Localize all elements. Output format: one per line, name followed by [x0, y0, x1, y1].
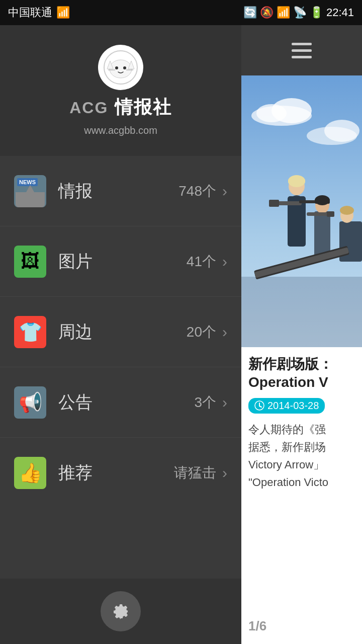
sim-icon: 📶 [56, 6, 70, 19]
recommend-icon-wrapper: 👍 [14, 457, 46, 489]
right-top-bar [241, 25, 362, 75]
svg-point-11 [256, 104, 287, 122]
pictures-label: 图片 [58, 250, 187, 273]
svg-line-34 [259, 406, 261, 407]
wifi-icon: 📶 [277, 6, 290, 19]
sidebar-item-merch[interactable]: 👕 周边 20个 › [0, 297, 241, 367]
anime-image [241, 75, 362, 347]
svg-rect-27 [307, 212, 329, 216]
merch-arrow-icon: › [222, 324, 227, 341]
news-count: 748个 [178, 182, 216, 201]
svg-rect-20 [277, 201, 302, 205]
date-text: 2014-03-28 [267, 400, 319, 412]
hamburger-line-2 [292, 49, 312, 52]
article-page: 1/6 [248, 618, 266, 634]
merch-icon-wrapper: 👕 [14, 316, 46, 348]
news-label: 情报 [58, 180, 178, 203]
svg-rect-22 [299, 200, 317, 203]
recommend-count: 请猛击 [174, 463, 216, 482]
status-bar: 中国联通 📶 🔄 🔕 📶 📡 🔋 22:41 [0, 0, 362, 25]
notice-arrow-icon: › [222, 394, 227, 411]
svg-rect-23 [314, 211, 330, 257]
svg-point-5 [123, 66, 126, 69]
hamburger-button[interactable] [292, 43, 312, 58]
mute-icon: 🔕 [260, 6, 274, 19]
merch-label: 周边 [58, 320, 187, 344]
battery-icon: 🔋 [310, 6, 323, 19]
pictures-count: 41个 [187, 252, 216, 271]
article-section: 新作剧场版：Operation V 2014-03-28 令人期待的《强 据悉，… [241, 347, 362, 644]
svg-point-13 [324, 120, 359, 142]
svg-rect-26 [315, 199, 330, 204]
pictures-icon-wrapper: 🖼 [14, 246, 46, 278]
svg-rect-29 [339, 221, 362, 262]
notice-icon-wrapper: 📢 [14, 386, 46, 419]
article-date: 2014-03-28 [248, 398, 325, 414]
logo-icon [98, 45, 143, 90]
pictures-arrow-icon: › [222, 253, 227, 270]
status-left: 中国联通 📶 [8, 5, 70, 20]
svg-point-4 [115, 66, 118, 69]
signal-icon: 📡 [293, 6, 307, 19]
hamburger-line-1 [292, 43, 312, 45]
sidebar-item-news[interactable]: NEWS 情报 748个 › [0, 156, 241, 226]
article-body: 令人期待的《强 据悉，新作剧场 Victory Arrow」 "Operatio… [248, 421, 355, 492]
sidebar-header: ACG 情报社 www.acgbb.com [0, 25, 241, 156]
svg-rect-19 [288, 179, 305, 184]
settings-button[interactable] [101, 591, 141, 631]
main-layout: ACG 情报社 www.acgbb.com NEWS 情报 748个 [0, 25, 362, 644]
news-arrow-icon: › [222, 183, 227, 200]
merch-count: 20个 [187, 323, 216, 342]
brand-name: ACG 情报社 [69, 95, 172, 120]
carrier-text: 中国联通 [8, 5, 52, 20]
sidebar: ACG 情报社 www.acgbb.com NEWS 情报 748个 [0, 25, 241, 644]
sidebar-footer [0, 579, 241, 644]
svg-rect-21 [269, 200, 279, 207]
article-title: 新作剧场版：Operation V [248, 355, 355, 392]
refresh-icon: 🔄 [243, 6, 257, 19]
svg-point-31 [340, 206, 354, 215]
svg-rect-28 [327, 211, 334, 217]
sidebar-item-recommend[interactable]: 👍 推荐 请猛击 › [0, 438, 241, 508]
status-right: 🔄 🔕 📶 📡 🔋 22:41 [243, 6, 354, 19]
clock-icon [254, 400, 264, 411]
time-text: 22:41 [326, 6, 354, 19]
recommend-arrow-icon: › [222, 464, 227, 481]
notice-label: 公告 [58, 391, 194, 414]
sidebar-item-notice[interactable]: 📢 公告 3个 › [0, 367, 241, 438]
svg-rect-14 [241, 277, 362, 347]
notice-count: 3个 [194, 393, 216, 412]
right-panel: 新作剧场版：Operation V 2014-03-28 令人期待的《强 据悉，… [241, 25, 362, 644]
recommend-label: 推荐 [58, 461, 174, 485]
menu-list: NEWS 情报 748个 › 🖼 图片 41个 › [0, 156, 241, 579]
brand-url: www.acgbb.com [84, 125, 157, 136]
news-icon-wrapper: NEWS [14, 175, 46, 207]
hamburger-line-3 [292, 56, 312, 58]
sidebar-item-pictures[interactable]: 🖼 图片 41个 › [0, 226, 241, 297]
